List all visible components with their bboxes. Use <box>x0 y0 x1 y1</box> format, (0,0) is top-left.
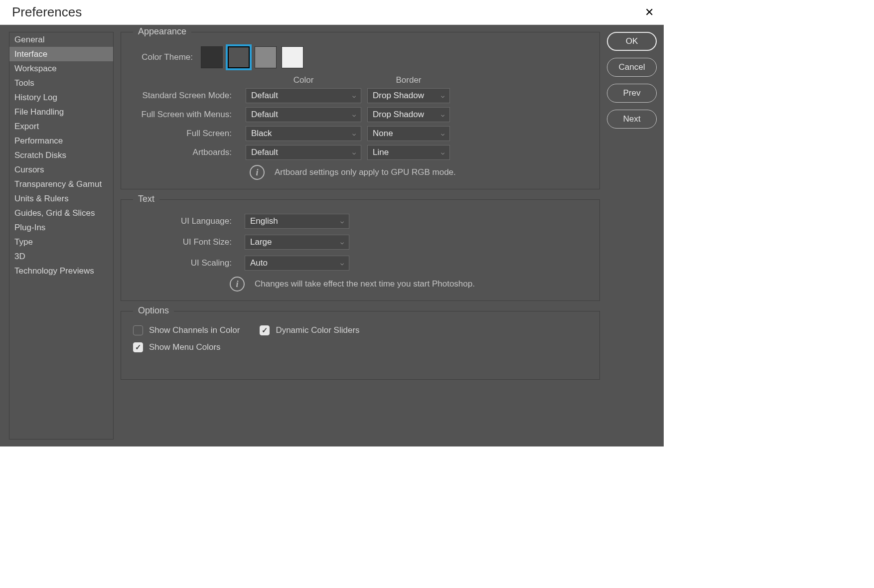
sidebar-item-cursors[interactable]: Cursors <box>9 162 113 177</box>
ok-button[interactable]: OK <box>607 32 657 51</box>
select-value: Black <box>251 129 272 139</box>
screen-mode-label: Standard Screen Mode: <box>130 91 240 101</box>
chevron-down-icon: ⌵ <box>340 218 344 225</box>
checkbox-checked-icon: ✓ <box>260 325 270 335</box>
chevron-down-icon: ⌵ <box>340 239 344 246</box>
color-select-2[interactable]: Black⌵ <box>246 126 361 141</box>
text-info-text: Changes will take effect the next time y… <box>255 279 475 289</box>
next-button[interactable]: Next <box>607 110 657 129</box>
color-theme-swatch-0[interactable] <box>201 46 223 68</box>
text-legend: Text <box>133 194 159 204</box>
color-theme-swatches <box>201 46 303 68</box>
sidebar-item-performance[interactable]: Performance <box>9 134 113 148</box>
color-theme-label: Color Theme: <box>130 52 201 62</box>
select-value: Auto <box>250 258 268 268</box>
screen-mode-label: Full Screen: <box>130 129 240 139</box>
sidebar-item-file-handling[interactable]: File Handling <box>9 105 113 119</box>
chevron-down-icon: ⌵ <box>441 92 444 99</box>
chevron-down-icon: ⌵ <box>441 149 444 156</box>
color-theme-swatch-3[interactable] <box>282 46 303 68</box>
checkbox-unchecked-icon <box>133 325 143 335</box>
border-select-0[interactable]: Drop Shadow⌵ <box>367 88 450 103</box>
text-row-label: UI Scaling: <box>130 258 240 268</box>
checkbox-checked-icon: ✓ <box>133 342 143 352</box>
color-column-header: Color <box>246 75 361 85</box>
text-fieldset: Text UI Language:English⌵UI Font Size:La… <box>121 199 600 301</box>
dialog-title: Preferences <box>12 4 82 20</box>
checkbox-show-channels-in-color[interactable]: Show Channels in Color <box>133 325 240 335</box>
sidebar-item-plug-ins[interactable]: Plug-Ins <box>9 220 113 235</box>
sidebar-item-guides-grid-slices[interactable]: Guides, Grid & Slices <box>9 206 113 220</box>
border-select-2[interactable]: None⌵ <box>367 126 450 141</box>
chevron-down-icon: ⌵ <box>352 92 356 99</box>
select-value: Default <box>251 147 278 157</box>
chevron-down-icon: ⌵ <box>352 130 356 137</box>
checkbox-label: Show Menu Colors <box>149 342 221 352</box>
checkbox-show-menu-colors[interactable]: ✓Show Menu Colors <box>133 342 221 352</box>
chevron-down-icon: ⌵ <box>441 111 444 118</box>
select-value: Drop Shadow <box>373 110 424 120</box>
sidebar-item-general[interactable]: General <box>9 32 113 47</box>
button-column: OK Cancel Prev Next <box>607 32 657 440</box>
select-value: English <box>250 216 278 226</box>
sidebar-item-tools[interactable]: Tools <box>9 76 113 90</box>
chevron-down-icon: ⌵ <box>441 130 444 137</box>
info-icon: i <box>250 165 265 180</box>
select-value: Line <box>373 147 389 157</box>
sidebar-item-type[interactable]: Type <box>9 235 113 249</box>
main-panel: Appearance Color Theme: Color Border Sta… <box>114 32 607 440</box>
color-select-1[interactable]: Default⌵ <box>246 107 361 122</box>
sidebar-item-units-rulers[interactable]: Units & Rulers <box>9 191 113 206</box>
text-select-0[interactable]: English⌵ <box>245 214 349 229</box>
sidebar-item-export[interactable]: Export <box>9 119 113 134</box>
checkbox-label: Show Channels in Color <box>149 325 240 335</box>
screen-mode-label: Artboards: <box>130 147 240 157</box>
appearance-fieldset: Appearance Color Theme: Color Border Sta… <box>121 32 600 189</box>
select-value: Large <box>250 237 272 247</box>
prev-button[interactable]: Prev <box>607 84 657 103</box>
border-select-1[interactable]: Drop Shadow⌵ <box>367 107 450 122</box>
text-select-1[interactable]: Large⌵ <box>245 235 349 250</box>
sidebar-item-technology-previews[interactable]: Technology Previews <box>9 264 113 278</box>
options-legend: Options <box>133 305 174 316</box>
close-icon[interactable]: ✕ <box>645 6 654 19</box>
checkbox-label: Dynamic Color Sliders <box>276 325 359 335</box>
color-select-3[interactable]: Default⌵ <box>246 145 361 160</box>
border-column-header: Border <box>367 75 450 85</box>
options-fieldset: Options Show Channels in Color ✓Dynamic … <box>121 311 600 380</box>
sidebar-item-history-log[interactable]: History Log <box>9 90 113 105</box>
info-icon: i <box>230 277 245 292</box>
color-theme-swatch-1[interactable] <box>228 46 250 68</box>
sidebar-item-scratch-disks[interactable]: Scratch Disks <box>9 148 113 162</box>
cancel-button[interactable]: Cancel <box>607 58 657 77</box>
text-row-label: UI Language: <box>130 216 240 226</box>
sidebar-item-workspace[interactable]: Workspace <box>9 61 113 76</box>
sidebar-item-interface[interactable]: Interface <box>9 47 113 61</box>
sidebar: GeneralInterfaceWorkspaceToolsHistory Lo… <box>9 32 114 440</box>
text-row-label: UI Font Size: <box>130 237 240 247</box>
chevron-down-icon: ⌵ <box>352 149 356 156</box>
color-theme-swatch-2[interactable] <box>255 46 277 68</box>
chevron-down-icon: ⌵ <box>340 260 344 267</box>
titlebar: Preferences ✕ <box>0 0 664 25</box>
select-value: Drop Shadow <box>373 91 424 101</box>
checkbox-dynamic-color-sliders[interactable]: ✓Dynamic Color Sliders <box>260 325 359 335</box>
screen-mode-label: Full Screen with Menus: <box>130 110 240 120</box>
text-select-2[interactable]: Auto⌵ <box>245 256 349 271</box>
border-select-3[interactable]: Line⌵ <box>367 145 450 160</box>
chevron-down-icon: ⌵ <box>352 111 356 118</box>
sidebar-item-3d[interactable]: 3D <box>9 249 113 264</box>
sidebar-item-transparency-gamut[interactable]: Transparency & Gamut <box>9 177 113 191</box>
select-value: Default <box>251 91 278 101</box>
appearance-info-text: Artboard settings only apply to GPU RGB … <box>275 167 456 177</box>
appearance-legend: Appearance <box>133 26 191 37</box>
color-select-0[interactable]: Default⌵ <box>246 88 361 103</box>
dialog-content: GeneralInterfaceWorkspaceToolsHistory Lo… <box>0 25 664 446</box>
select-value: None <box>373 129 393 139</box>
select-value: Default <box>251 110 278 120</box>
